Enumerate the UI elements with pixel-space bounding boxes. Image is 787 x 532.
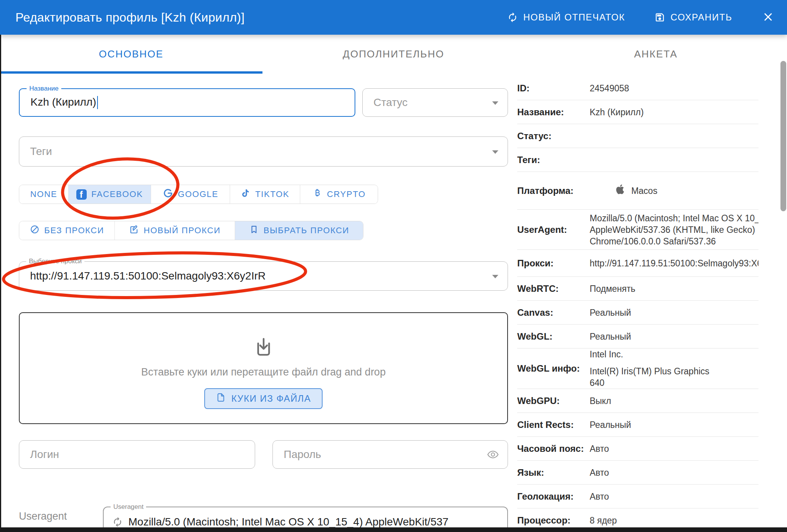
proxy-select-value: http://91.147.119.51:50100:Selmagoly93:X… bbox=[30, 270, 266, 282]
edit-profile-modal: Редактировать профиль [Kzh (Кирилл)] НОВ… bbox=[0, 0, 787, 532]
info-label: Геолокация: bbox=[517, 491, 590, 502]
login-placeholder: Логин bbox=[30, 448, 59, 461]
useragent-value: Mozilla/5.0 (Macintosh; Intel Mac OS X 1… bbox=[128, 516, 449, 528]
info-value: Реальный bbox=[590, 419, 631, 431]
info-value-secondary: Intel(R) Iris(TM) Plus Graphics 640 bbox=[590, 365, 710, 389]
chip-tiktok[interactable]: TIKTOK bbox=[230, 185, 300, 204]
info-value: Mozilla/5.0 (Macintosh; Intel Mac OS X 1… bbox=[590, 212, 758, 247]
proxy-select-label: Выберите прокси bbox=[26, 258, 84, 265]
info-value: Авто bbox=[590, 491, 609, 502]
info-value: http://91.147.119.51:50100:Selmagoly93:X… bbox=[590, 258, 758, 269]
autorenew-icon bbox=[507, 12, 518, 23]
chip-label: GOOGLE bbox=[178, 189, 219, 199]
select-proxy-button[interactable]: ВЫБРАТЬ ПРОКСИ bbox=[235, 221, 363, 240]
chip-none[interactable]: NONE bbox=[19, 185, 69, 204]
info-row-webgl: WebGL: Реальный bbox=[517, 325, 758, 348]
tab-label: ДОПОЛНИТЕЛЬНО bbox=[343, 48, 444, 60]
page-title: Редактировать профиль [Kzh (Кирилл)] bbox=[15, 10, 245, 25]
info-row-webgpu: WebGPU: Выкл bbox=[517, 389, 758, 413]
text-caret bbox=[97, 96, 98, 109]
cookies-from-file-button[interactable]: КУКИ ИЗ ФАЙЛА bbox=[204, 388, 323, 409]
status-select[interactable]: Статус bbox=[362, 88, 508, 117]
info-row-webrtc: WebRTC: Подменять bbox=[517, 277, 758, 301]
block-icon bbox=[30, 224, 40, 237]
profile-info-panel: ID: 24549058 Название: Kzh (Кирилл) Стат… bbox=[517, 76, 758, 532]
new-fingerprint-label: НОВЫЙ ОТПЕЧАТОК bbox=[523, 12, 625, 23]
name-field[interactable]: Название Kzh (Кирилл) bbox=[19, 88, 355, 117]
name-field-value: Kzh (Кирилл) bbox=[30, 96, 96, 108]
password-placeholder: Пароль bbox=[284, 448, 321, 461]
info-value: 24549058 bbox=[590, 82, 629, 94]
chip-facebook[interactable]: f FACEBOOK bbox=[69, 185, 151, 204]
proxy-button-group: БЕЗ ПРОКСИ НОВЫЙ ПРОКСИ ВЫБРАТЬ ПРОКСИ bbox=[19, 221, 363, 240]
info-value: Подменять bbox=[590, 283, 636, 295]
tags-select[interactable]: Теги bbox=[19, 136, 508, 167]
chip-label: CRYPTO bbox=[327, 189, 365, 199]
info-label: WebRTC: bbox=[517, 283, 590, 294]
new-proxy-button[interactable]: НОВЫЙ ПРОКСИ bbox=[115, 221, 235, 240]
tab-label: ОСНОВНОЕ bbox=[99, 48, 163, 60]
info-value: Реальный bbox=[590, 331, 631, 342]
info-label: Платформа: bbox=[517, 185, 590, 196]
info-row-geolocation: Геолокация: Авто bbox=[517, 485, 758, 508]
info-label: WebGPU: bbox=[517, 396, 590, 406]
download-icon bbox=[252, 335, 276, 361]
proxy-select[interactable]: Выберите прокси http://91.147.119.51:501… bbox=[19, 261, 508, 291]
tab-anketa[interactable]: АНКЕТА bbox=[525, 35, 787, 74]
eye-icon[interactable] bbox=[487, 448, 499, 461]
password-input[interactable]: Пароль bbox=[272, 440, 508, 469]
proxy-button-label: ВЫБРАТЬ ПРОКСИ bbox=[264, 226, 350, 236]
proxy-button-label: НОВЫЙ ПРОКСИ bbox=[144, 226, 221, 236]
info-label: Язык: bbox=[517, 467, 590, 478]
info-value: Kzh (Кирилл) bbox=[590, 106, 644, 118]
no-proxy-button[interactable]: БЕЗ ПРОКСИ bbox=[19, 221, 115, 240]
info-label: Теги: bbox=[517, 155, 590, 165]
login-input[interactable]: Логин bbox=[19, 440, 255, 469]
close-button[interactable] bbox=[759, 10, 777, 25]
tab-osnovnoe[interactable]: ОСНОВНОЕ bbox=[0, 35, 262, 74]
info-row-client-rects: Client Rects: Реальный bbox=[517, 413, 758, 437]
cookies-button-label: КУКИ ИЗ ФАЙЛА bbox=[231, 393, 311, 404]
active-tab-indicator bbox=[0, 71, 262, 74]
info-label: Процессор: bbox=[517, 515, 590, 526]
info-value: Авто bbox=[590, 467, 609, 478]
info-row-timezone: Часовой пояс: Авто bbox=[517, 437, 758, 461]
new-fingerprint-button[interactable]: НОВЫЙ ОТПЕЧАТОК bbox=[505, 12, 627, 23]
save-button[interactable]: СОХРАНИТЬ bbox=[652, 12, 735, 23]
chip-crypto[interactable]: CRYPTO bbox=[300, 185, 378, 204]
info-value: Авто bbox=[590, 443, 609, 455]
vertical-scrollbar-thumb[interactable] bbox=[780, 61, 786, 211]
useragent-row-label: Useragent bbox=[19, 510, 67, 522]
info-row-tags: Теги: bbox=[517, 148, 758, 172]
chip-google[interactable]: GOOGLE bbox=[151, 185, 230, 204]
header-actions: НОВЫЙ ОТПЕЧАТОК СОХРАНИТЬ bbox=[505, 0, 777, 35]
tab-dopolnitelno[interactable]: ДОПОЛНИТЕЛЬНО bbox=[262, 35, 525, 74]
google-icon bbox=[163, 188, 173, 201]
tiktok-icon bbox=[240, 188, 251, 200]
cookies-dropzone[interactable]: Вставьте куки или перетащите файл drag a… bbox=[19, 312, 508, 424]
info-row-name: Название: Kzh (Кирилл) bbox=[517, 100, 758, 124]
useragent-field-label: Useragent bbox=[111, 503, 146, 511]
info-row-platform: Платформа: Macos bbox=[517, 172, 758, 210]
platform-chip-group: NONE f FACEBOOK GOOGLE TIKTOK CRYPTO bbox=[19, 185, 378, 204]
info-row-proxy: Прокси: http://91.147.119.51:50100:Selma… bbox=[517, 250, 758, 277]
info-value: Реальный bbox=[590, 307, 631, 318]
tab-label: АНКЕТА bbox=[634, 48, 678, 60]
info-row-id: ID: 24549058 bbox=[517, 76, 758, 100]
refresh-icon[interactable] bbox=[112, 517, 123, 527]
apple-icon bbox=[590, 172, 626, 209]
caret-down-icon bbox=[492, 101, 498, 105]
window-left-edge bbox=[0, 35, 1, 532]
info-value: 8 ядер bbox=[590, 515, 617, 526]
bitcoin-icon bbox=[312, 188, 322, 200]
caret-down-icon bbox=[492, 150, 498, 154]
bookmark-icon bbox=[249, 224, 259, 237]
window-bottom-edge bbox=[0, 527, 787, 532]
chip-label: NONE bbox=[30, 189, 57, 199]
info-label: Часовой пояс: bbox=[517, 443, 590, 454]
proxy-button-label: БЕЗ ПРОКСИ bbox=[44, 226, 104, 236]
info-label: Client Rects: bbox=[517, 419, 590, 430]
save-icon bbox=[654, 12, 665, 23]
info-row-status: Статус: bbox=[517, 124, 758, 148]
info-row-webgl-info: WebGL инфо: Intel Inc.Intel(R) Iris(TM) … bbox=[517, 348, 758, 389]
